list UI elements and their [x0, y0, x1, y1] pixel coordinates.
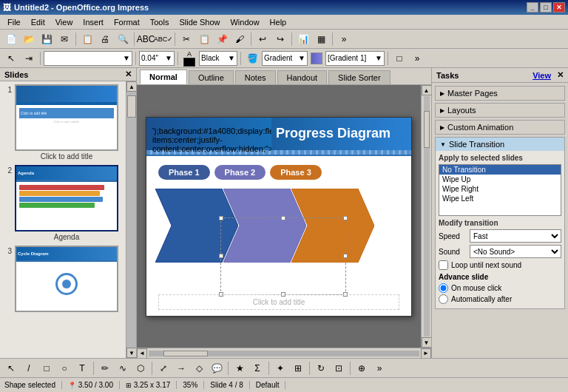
polygon-tool-button[interactable]: ⬡: [132, 360, 149, 376]
font-name-dropdown[interactable]: ▼: [44, 51, 132, 66]
tab-slide-sorter[interactable]: Slide Sorter: [328, 70, 390, 84]
tab-outline[interactable]: Outline: [189, 70, 234, 84]
menu-help[interactable]: Help: [266, 17, 291, 27]
close-tasks-button[interactable]: ✕: [557, 70, 564, 80]
spellcheck2-button[interactable]: ABC✓: [155, 31, 172, 47]
effects-tool-button[interactable]: ✦: [272, 360, 288, 376]
sound-select[interactable]: <No Sound>: [470, 245, 561, 258]
slide-thumb-2[interactable]: Agenda: [15, 165, 118, 232]
speed-select[interactable]: Fast: [470, 229, 561, 243]
canvas-vscroll-up[interactable]: ▲: [422, 85, 432, 95]
line-color-button[interactable]: A: [181, 50, 197, 67]
pdf-button[interactable]: 📋: [79, 31, 95, 47]
chart-button[interactable]: 📊: [295, 31, 311, 47]
text-tool-button[interactable]: T: [74, 360, 90, 376]
rect-tool-button[interactable]: □: [38, 360, 55, 376]
auto-after-radio[interactable]: [439, 294, 448, 304]
slide-canvas-wrapper[interactable]: ');background:#1a4080;display:flex;align…: [137, 85, 421, 348]
select-tool-button[interactable]: ↖: [3, 360, 19, 376]
canvas-hscroll-left[interactable]: ◄: [137, 348, 147, 359]
close-button[interactable]: ✕: [553, 2, 565, 13]
menu-file[interactable]: File: [3, 17, 25, 27]
more-button[interactable]: »: [336, 31, 352, 47]
callout-tool-button[interactable]: 💬: [209, 360, 225, 376]
task-section-slide-transition[interactable]: ▼ Slide Transition Apply to selected sli…: [435, 137, 565, 309]
minimize-button[interactable]: _: [527, 2, 538, 13]
menu-view[interactable]: View: [51, 17, 78, 27]
slide-item-1[interactable]: 1 Click to add title Click to add subtit…: [3, 84, 123, 160]
layouts-header[interactable]: ▶ Layouts: [436, 104, 564, 117]
slide-thumb-3[interactable]: Cycle Diagram: [15, 246, 118, 312]
slide-item-2[interactable]: 2 Agenda: [3, 165, 123, 241]
tasks-view-button[interactable]: View: [530, 71, 554, 80]
menu-format[interactable]: Format: [109, 17, 144, 27]
tab-notes[interactable]: Notes: [235, 70, 276, 84]
task-section-master-pages[interactable]: ▶ Master Pages: [435, 86, 565, 101]
menu-insert[interactable]: Insert: [78, 17, 108, 27]
menu-window[interactable]: Window: [226, 17, 263, 27]
redo-button[interactable]: ↪: [272, 31, 288, 47]
shadow-button[interactable]: □: [391, 50, 408, 67]
connector-tool-button[interactable]: ⤢: [155, 360, 172, 376]
more2-button[interactable]: »: [409, 50, 425, 67]
pencil-tool-button[interactable]: ✏: [97, 360, 113, 376]
arrow-tool-button[interactable]: →: [173, 360, 189, 376]
mouse-click-radio[interactable]: [439, 283, 448, 293]
slides-scroll-up[interactable]: ▲: [126, 81, 136, 92]
task-section-custom-animation[interactable]: ▶ Custom Animation: [435, 120, 565, 135]
canvas-hscroll-thumb[interactable]: [163, 351, 208, 356]
ellipse-tool-button[interactable]: ○: [56, 360, 72, 376]
close-slides-button[interactable]: ✕: [125, 70, 132, 79]
menu-slideshow[interactable]: Slide Show: [175, 17, 224, 27]
flow-tool-button[interactable]: ◇: [191, 360, 207, 376]
new-button[interactable]: 📄: [3, 31, 19, 47]
insert-button[interactable]: ⊕: [354, 360, 370, 376]
cut-button[interactable]: ✂: [178, 31, 195, 47]
format-brush-button[interactable]: 🖌: [231, 31, 248, 47]
slide-transition-header[interactable]: ▼ Slide Transition: [436, 138, 564, 151]
chevrons-container[interactable]: [146, 183, 411, 268]
tab-order-button[interactable]: ⇥: [21, 50, 37, 67]
fill-button[interactable]: 🪣: [244, 50, 260, 67]
undo-button[interactable]: ↩: [254, 31, 271, 47]
3d-rotate-button[interactable]: ↻: [313, 360, 329, 376]
tab-handout[interactable]: Handout: [277, 70, 328, 84]
paste-button[interactable]: 📌: [214, 31, 230, 47]
slides-scroll-thumb[interactable]: [127, 95, 136, 118]
curve-tool-button[interactable]: ∿: [115, 360, 131, 376]
slide-item-3[interactable]: 3 Cycle Diagram: [3, 246, 123, 314]
menu-tools[interactable]: Tools: [146, 17, 174, 27]
line-tool-button[interactable]: /: [21, 360, 37, 376]
preview-button[interactable]: 🔍: [115, 31, 131, 47]
align-tool-button[interactable]: ⊞: [290, 360, 306, 376]
custom-animation-header[interactable]: ▶ Custom Animation: [436, 121, 564, 134]
fill-type-dropdown[interactable]: Gradient ▼: [262, 51, 308, 66]
loop-checkbox[interactable]: [439, 260, 448, 270]
menu-edit[interactable]: Edit: [27, 17, 50, 27]
transition-list[interactable]: No Transition Wipe Up Wipe Right Wipe Le…: [439, 164, 561, 216]
copy-button[interactable]: 📋: [196, 31, 212, 47]
save-button[interactable]: 💾: [38, 31, 55, 47]
click-to-add-title[interactable]: Click to add title: [158, 294, 399, 310]
maximize-button[interactable]: □: [540, 2, 552, 13]
gradient-name-dropdown[interactable]: [Gradient 1] ▼: [325, 51, 385, 66]
symbol-tool-button[interactable]: Σ: [249, 360, 266, 376]
print-button[interactable]: 🖨: [97, 31, 113, 47]
canvas-vscroll-thumb[interactable]: [424, 111, 430, 148]
open-button[interactable]: 📂: [21, 31, 37, 47]
trans-item-wipe-left[interactable]: Wipe Left: [439, 194, 561, 203]
snap-button[interactable]: ⊡: [331, 360, 347, 376]
task-section-layouts[interactable]: ▶ Layouts: [435, 103, 565, 118]
slide-thumb-1[interactable]: Click to add title Click to add subtitle: [15, 84, 118, 151]
trans-item-wipe-right[interactable]: Wipe Right: [439, 184, 561, 194]
tab-normal[interactable]: Normal: [140, 70, 187, 84]
master-pages-header[interactable]: ▶ Master Pages: [436, 87, 564, 100]
color-name-dropdown[interactable]: Black ▼: [199, 51, 237, 66]
more-drawing-button[interactable]: »: [371, 360, 388, 376]
pointer-button[interactable]: ↖: [3, 50, 19, 67]
trans-item-wipe-up[interactable]: Wipe Up: [439, 175, 561, 184]
star-tool-button[interactable]: ★: [231, 360, 248, 376]
size-dropdown[interactable]: 0.04" ▼: [139, 51, 175, 66]
email-button[interactable]: ✉: [56, 31, 72, 47]
slides-scroll-down[interactable]: ▼: [126, 348, 136, 358]
